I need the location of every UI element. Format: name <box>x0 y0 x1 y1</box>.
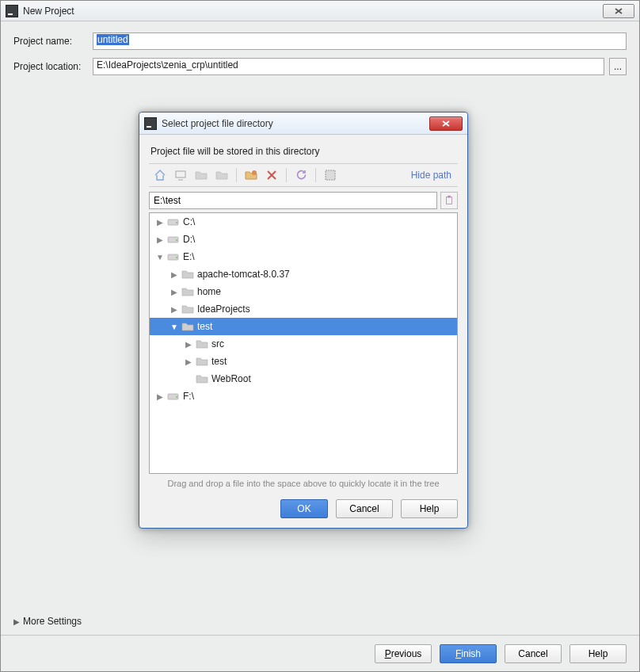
expand-toggle-icon[interactable]: ▼ <box>169 323 180 331</box>
tree-item-label: IdeaProjects <box>197 304 250 315</box>
path-input[interactable] <box>149 192 437 209</box>
tree-item[interactable]: ▶D:\ <box>150 231 457 248</box>
expand-toggle-icon[interactable]: ▶ <box>169 270 180 279</box>
folder-module-icon <box>215 169 228 181</box>
project-name-input[interactable]: untitled <box>93 32 627 50</box>
drag-hint: Drag and drop a file into the space abov… <box>149 479 458 488</box>
show-hidden-icon <box>324 169 337 181</box>
close-icon <box>614 7 623 15</box>
wizard-button-bar: Previous Finish Cancel Help <box>1 635 639 671</box>
project-location-label: Project location: <box>13 61 93 72</box>
chevron-right-icon: ▶ <box>13 617 20 626</box>
dialog-body: Project file will be stored in this dire… <box>139 135 467 528</box>
dialog-toolbar: Hide path <box>149 163 458 187</box>
desktop-button[interactable] <box>173 167 189 183</box>
dialog-close-button[interactable] <box>429 116 463 131</box>
svg-point-18 <box>176 257 177 258</box>
cancel-button[interactable]: Cancel <box>505 644 562 663</box>
tree-item-label: src <box>211 338 224 349</box>
expand-toggle-icon[interactable]: ▼ <box>154 253 166 262</box>
svg-rect-11 <box>447 197 452 204</box>
drive-icon <box>167 216 180 227</box>
app-icon <box>6 5 18 17</box>
refresh-button[interactable] <box>293 167 309 183</box>
path-row <box>149 192 458 209</box>
delete-icon <box>265 169 278 181</box>
tree-item[interactable]: WebRoot <box>150 370 457 388</box>
project-name-row: Project name: untitled <box>13 32 627 50</box>
tree-item-label: test <box>211 356 227 367</box>
tree-item[interactable]: ▼E:\ <box>150 248 457 265</box>
tree-item[interactable]: ▶F:\ <box>150 388 457 405</box>
expand-toggle-icon[interactable]: ▶ <box>183 357 194 366</box>
toolbar-separator <box>236 168 237 182</box>
project-location-row: Project location: E:\IdeaProjects\zenia_… <box>13 58 627 75</box>
more-settings-label: More Settings <box>23 616 82 627</box>
project-location-input[interactable]: E:\IdeaProjects\zenia_crp\untitled <box>93 58 604 75</box>
folder-icon <box>181 286 194 297</box>
history-button[interactable] <box>440 192 458 209</box>
home-button[interactable] <box>152 167 168 183</box>
new-project-window: New Project Project name: untitled Proje… <box>0 0 640 672</box>
window-title: New Project <box>23 6 603 17</box>
expand-toggle-icon[interactable]: ▶ <box>154 235 166 244</box>
ok-button[interactable]: OK <box>280 499 328 518</box>
dialog-help-button[interactable]: Help <box>401 499 458 518</box>
folder-icon <box>196 373 208 384</box>
toolbar-separator <box>315 168 316 182</box>
help-button[interactable]: Help <box>570 644 627 663</box>
folder-project-icon <box>195 169 208 181</box>
tree-item-label: D:\ <box>183 234 195 245</box>
tree-item-label: home <box>197 286 221 297</box>
drive-icon <box>167 391 180 402</box>
dialog-hint: Project file will be stored in this dire… <box>149 143 458 163</box>
expand-toggle-icon[interactable]: ▶ <box>154 392 166 401</box>
tree-item-label: apache-tomcat-8.0.37 <box>197 269 290 280</box>
folder-icon <box>196 356 208 367</box>
new-folder-button[interactable] <box>243 167 259 183</box>
tree-item-label: test <box>197 321 212 332</box>
show-hidden-button[interactable] <box>322 167 338 183</box>
previous-button[interactable]: Previous <box>375 644 432 663</box>
window-close-button[interactable] <box>603 4 634 18</box>
delete-button[interactable] <box>264 167 280 183</box>
svg-point-14 <box>176 222 177 223</box>
tree-item[interactable]: ▶test <box>150 353 457 370</box>
dialog-cancel-button[interactable]: Cancel <box>336 499 393 518</box>
folder-new-icon <box>245 169 257 181</box>
finish-button[interactable]: Finish <box>440 644 497 663</box>
module-button[interactable] <box>214 167 230 183</box>
more-settings-toggle[interactable]: ▶ More Settings <box>13 616 82 627</box>
close-icon <box>440 120 451 128</box>
home-icon <box>154 169 166 181</box>
svg-point-20 <box>176 396 177 398</box>
folder-icon <box>181 321 194 332</box>
tree-item[interactable]: ▶C:\ <box>150 213 457 231</box>
tree-item-label: WebRoot <box>211 373 251 384</box>
svg-point-16 <box>176 239 177 241</box>
directory-tree[interactable]: ▶C:\▶D:\▼E:\▶apache-tomcat-8.0.37▶home▶I… <box>149 212 458 474</box>
project-button[interactable] <box>193 167 209 183</box>
tree-item-label: E:\ <box>183 251 195 262</box>
tree-item[interactable]: ▶IdeaProjects <box>150 300 457 318</box>
hide-path-link[interactable]: Hide path <box>411 170 455 181</box>
dialog-title: Select project file directory <box>162 118 429 129</box>
tree-item[interactable]: ▶src <box>150 335 457 353</box>
project-name-label: Project name: <box>13 36 93 47</box>
expand-toggle-icon[interactable]: ▶ <box>183 340 194 349</box>
toolbar-separator <box>286 168 287 182</box>
svg-point-6 <box>252 170 257 175</box>
window-body: Project name: untitled Project location:… <box>1 21 639 75</box>
folder-icon <box>181 304 194 315</box>
expand-toggle-icon[interactable]: ▶ <box>169 305 180 314</box>
tree-item[interactable]: ▼test <box>150 318 457 335</box>
tree-item[interactable]: ▶apache-tomcat-8.0.37 <box>150 265 457 283</box>
browse-location-button[interactable]: ... <box>609 58 627 75</box>
window-titlebar: New Project <box>1 1 639 21</box>
drive-icon <box>167 251 180 262</box>
tree-item-label: C:\ <box>183 216 195 227</box>
expand-toggle-icon[interactable]: ▶ <box>154 218 166 227</box>
tree-item[interactable]: ▶home <box>150 283 457 300</box>
dialog-button-bar: OK Cancel Help <box>149 499 458 518</box>
expand-toggle-icon[interactable]: ▶ <box>169 288 180 296</box>
